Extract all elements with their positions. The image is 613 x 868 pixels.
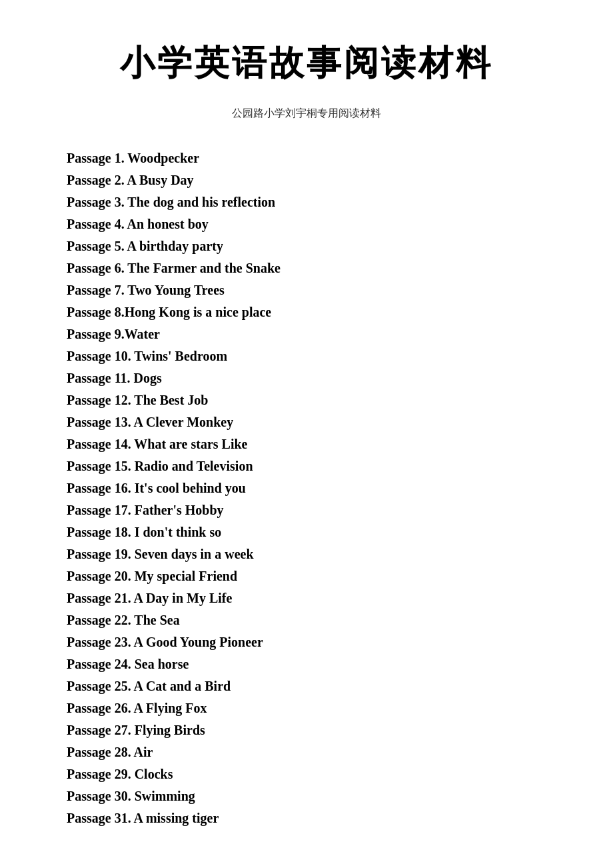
- list-item: Passage 10. Twins' Bedroom: [67, 345, 546, 367]
- list-item: Passage 23. A Good Young Pioneer: [67, 631, 546, 653]
- list-item: Passage 5. A birthday party: [67, 235, 546, 257]
- page-title: 小学英语故事阅读材料: [67, 40, 546, 87]
- list-item: Passage 21. A Day in My Life: [67, 587, 546, 609]
- list-item: Passage 1. Woodpecker: [67, 147, 546, 169]
- list-item: Passage 6. The Farmer and the Snake: [67, 257, 546, 279]
- list-item: Passage 31. A missing tiger: [67, 807, 546, 829]
- list-item: Passage 17. Father's Hobby: [67, 499, 546, 521]
- passage-list: Passage 1. WoodpeckerPassage 2. A Busy D…: [67, 147, 546, 829]
- list-item: Passage 16. It's cool behind you: [67, 477, 546, 499]
- list-item: Passage 25. A Cat and a Bird: [67, 675, 546, 697]
- list-item: Passage 19. Seven days in a week: [67, 543, 546, 565]
- list-item: Passage 8.Hong Kong is a nice place: [67, 301, 546, 323]
- list-item: Passage 15. Radio and Television: [67, 455, 546, 477]
- list-item: Passage 14. What are stars Like: [67, 433, 546, 455]
- list-item: Passage 11. Dogs: [67, 367, 546, 389]
- list-item: Passage 4. An honest boy: [67, 213, 546, 235]
- list-item: Passage 2. A Busy Day: [67, 169, 546, 191]
- list-item: Passage 13. A Clever Monkey: [67, 411, 546, 433]
- list-item: Passage 22. The Sea: [67, 609, 546, 631]
- list-item: Passage 26. A Flying Fox: [67, 697, 546, 719]
- list-item: Passage 7. Two Young Trees: [67, 279, 546, 301]
- list-item: Passage 24. Sea horse: [67, 653, 546, 675]
- list-item: Passage 9.Water: [67, 323, 546, 345]
- subtitle: 公园路小学刘宇桐专用阅读材料: [67, 107, 546, 121]
- list-item: Passage 18. I don't think so: [67, 521, 546, 543]
- list-item: Passage 30. Swimming: [67, 785, 546, 807]
- list-item: Passage 29. Clocks: [67, 763, 546, 785]
- list-item: Passage 20. My special Friend: [67, 565, 546, 587]
- list-item: Passage 3. The dog and his reflection: [67, 191, 546, 213]
- list-item: Passage 28. Air: [67, 741, 546, 763]
- list-item: Passage 12. The Best Job: [67, 389, 546, 411]
- list-item: Passage 27. Flying Birds: [67, 719, 546, 741]
